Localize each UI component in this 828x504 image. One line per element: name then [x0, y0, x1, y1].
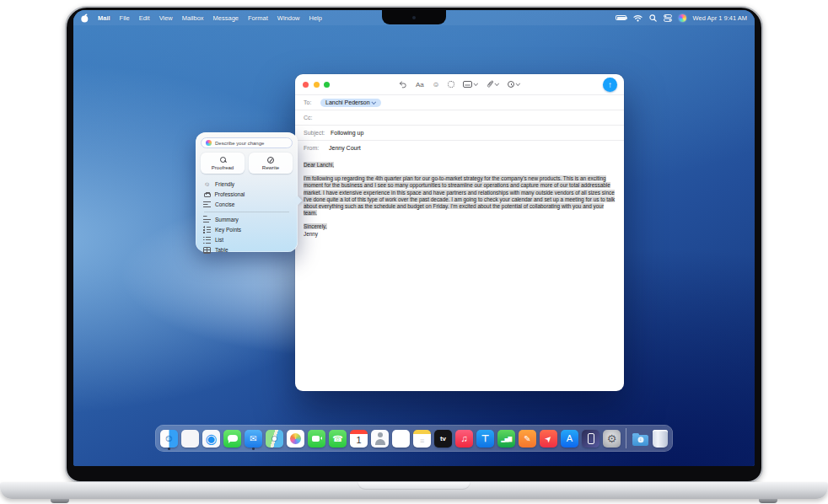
dock-music-icon[interactable]: ♫ — [455, 430, 473, 448]
dock-keynote-icon[interactable]: ⊤ — [476, 430, 494, 448]
format-aa-icon[interactable]: Aa — [416, 81, 424, 88]
field-label: Cc: — [304, 115, 315, 121]
dock-facetime-icon[interactable] — [308, 430, 325, 448]
wifi-icon[interactable] — [633, 14, 643, 22]
app-store-app-icon: A — [561, 430, 578, 448]
field-row-subject[interactable]: Subject:Following up — [295, 125, 624, 140]
menu-item-file[interactable]: File — [120, 14, 130, 22]
minimize-button[interactable] — [314, 82, 320, 88]
menu-item-edit[interactable]: Edit — [139, 14, 150, 22]
briefcase-icon — [204, 193, 211, 198]
dock-reminders-icon[interactable] — [392, 430, 410, 448]
emoji-icon[interactable]: ☺ — [433, 81, 440, 88]
macbook-lid: MailFileEditViewMailboxMessageFormatWind… — [65, 6, 763, 483]
messages-glyph — [228, 435, 238, 442]
attachment-button[interactable] — [487, 80, 500, 88]
recipient-token[interactable]: Lanchi Pederson — [320, 99, 381, 107]
chevron-down-icon — [495, 81, 500, 86]
menu-bar-clock[interactable]: Wed Apr 1 9:41 AM — [693, 14, 747, 22]
option-label: Table — [215, 247, 229, 253]
dock-rocket-icon[interactable]: ➤ — [540, 430, 557, 448]
keynote-app-icon: ⊤ — [476, 430, 494, 448]
rocket-app-icon: ➤ — [540, 430, 557, 448]
system-settings-app-icon: ⚙ — [603, 430, 621, 448]
message-body[interactable]: Dear Lanchi, I'm following up regarding … — [295, 155, 624, 238]
dock-mail-icon[interactable]: ✉ — [245, 430, 262, 448]
photos-app-icon — [287, 430, 304, 448]
dock-safari-icon[interactable]: ◉ — [202, 430, 220, 448]
facetime-glyph — [312, 436, 320, 442]
send-button[interactable]: ↑ — [603, 78, 617, 92]
menu-item-help[interactable]: Help — [309, 14, 321, 22]
media-browser-button[interactable] — [463, 81, 478, 88]
dock-maps-icon[interactable] — [266, 430, 283, 448]
describe-change-input[interactable]: Describe your change — [201, 137, 293, 148]
apple-icon[interactable] — [81, 13, 89, 23]
menu-item-mail[interactable]: Mail — [98, 14, 110, 22]
undo-icon[interactable] — [399, 81, 407, 88]
proofread-button[interactable]: Proofread — [201, 153, 245, 174]
tv-glyph: tv — [440, 435, 446, 442]
option-label: Key Points — [215, 227, 241, 233]
photos-glyph — [290, 433, 301, 444]
dock-photos-icon[interactable] — [287, 430, 304, 448]
trash-app-icon — [653, 430, 668, 448]
dock-trash-icon[interactable] — [653, 430, 668, 448]
siri-icon[interactable] — [679, 14, 686, 22]
greeting-line: Dear Lanchi, — [304, 162, 334, 168]
music-app-icon: ♫ — [455, 430, 473, 448]
menu-item-mailbox[interactable]: Mailbox — [182, 14, 204, 22]
writing-tool-summary[interactable]: Summary — [201, 214, 293, 224]
control-center-icon[interactable] — [664, 14, 672, 22]
window-controls — [303, 82, 330, 88]
apple-intelligence-icon[interactable] — [448, 81, 454, 88]
dock-pages-icon[interactable]: ✎ — [519, 430, 536, 448]
menu-item-format[interactable]: Format — [248, 14, 268, 22]
keynote-glyph: ⊤ — [481, 433, 490, 444]
zoom-button[interactable] — [324, 82, 330, 88]
facetime-app-icon — [308, 430, 325, 448]
menu-item-view[interactable]: View — [159, 14, 173, 22]
mail-glyph: ✉ — [250, 434, 256, 443]
reminders-app-icon — [392, 430, 410, 448]
chevron-down-icon — [371, 99, 376, 105]
writing-tool-professional[interactable]: Professional — [201, 189, 293, 199]
dock-iphone-mirroring-icon[interactable] — [582, 430, 599, 448]
close-button[interactable] — [303, 82, 309, 88]
writing-tool-friendly[interactable]: ☺Friendly — [201, 179, 293, 189]
dock-finder-icon[interactable]: ☺ — [160, 430, 178, 448]
menu-item-window[interactable]: Window — [277, 14, 300, 22]
dock-launchpad-icon[interactable] — [181, 430, 199, 448]
maps-glyph — [272, 437, 277, 441]
battery-icon[interactable] — [616, 15, 626, 21]
writing-tool-table[interactable]: Table — [201, 245, 293, 255]
send-later-icon — [508, 81, 514, 88]
menu-item-message[interactable]: Message — [213, 14, 239, 22]
dock-calendar-icon[interactable]: 1 — [350, 430, 368, 448]
dock-numbers-icon[interactable]: ▂▅▇ — [497, 430, 515, 448]
dock-app-store-icon[interactable]: A — [561, 430, 578, 448]
smiley-icon: ☺ — [203, 180, 211, 188]
field-row-cc[interactable]: Cc: — [295, 110, 624, 125]
dock-messages-icon[interactable] — [223, 430, 241, 448]
dock-system-settings-icon[interactable]: ⚙ — [603, 430, 621, 448]
window-titlebar: Aa ☺ ↑ — [295, 74, 624, 94]
send-later-button[interactable] — [508, 81, 520, 88]
dock-contacts-icon[interactable] — [371, 430, 389, 448]
dock-phone-icon[interactable]: ☎ — [329, 430, 347, 448]
writing-tool-list[interactable]: List — [201, 234, 293, 244]
writing-tool-concise[interactable]: Concise — [201, 200, 293, 210]
dock-tv-icon[interactable]: tv — [434, 430, 452, 448]
option-label: Summary — [215, 217, 239, 223]
writing-tool-key-points[interactable]: Key Points — [201, 224, 293, 234]
search-icon[interactable] — [649, 14, 657, 22]
menu-bar-status: Wed Apr 1 9:41 AM — [616, 14, 747, 22]
desktop-stage: MailFileEditViewMailboxMessageFormatWind… — [0, 0, 828, 504]
dock-notes-icon[interactable]: ≡ — [413, 430, 431, 448]
screen: MailFileEditViewMailboxMessageFormatWind… — [73, 10, 755, 466]
attachment-icon — [487, 80, 494, 88]
dock-downloads-icon[interactable] — [632, 430, 649, 448]
rewrite-button[interactable]: Rewrite — [249, 153, 293, 174]
field-row-from[interactable]: From:Jenny Court — [295, 140, 624, 155]
field-row-to[interactable]: To:Lanchi Pederson — [295, 94, 624, 110]
